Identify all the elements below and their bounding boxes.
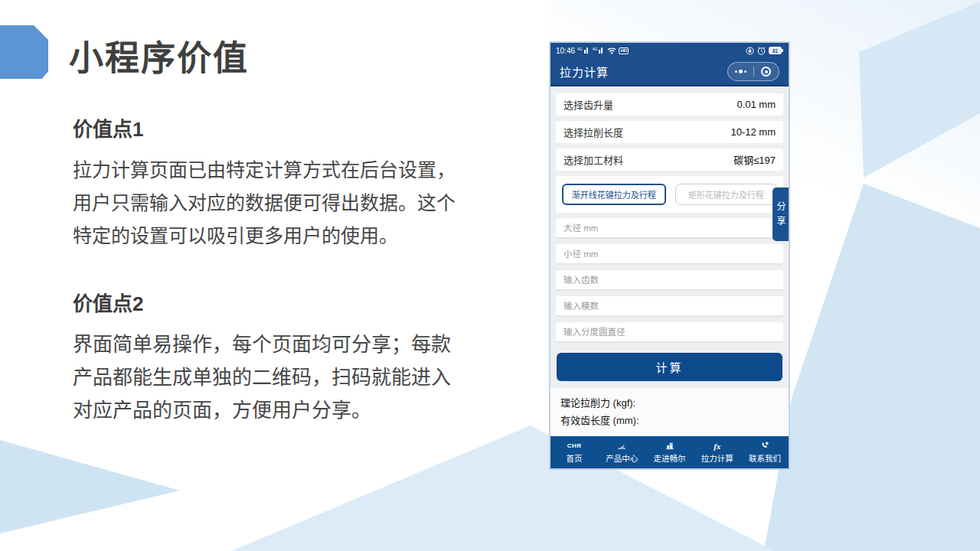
page-title: 小程序价值 — [69, 31, 249, 80]
value-point-2-heading: 价值点2 — [73, 288, 501, 316]
wifi-icon — [607, 47, 616, 54]
select-row-broach-length[interactable]: 选择拉削长度 10-12 mm — [556, 121, 783, 143]
result-tooth-length: 有效齿长度 (mm): — [560, 412, 779, 429]
signal-4g-icon: 4G — [593, 47, 606, 54]
spline-tabs: 渐开线花键拉力及行程 矩形花键拉力及行程 — [556, 176, 783, 213]
battery-icon: 81 — [769, 47, 783, 54]
nav-item-home[interactable]: CHR 首页 — [550, 436, 598, 468]
phone-screenshot: 10:46 4G 4G HD — [549, 41, 790, 470]
hd-volte-icon: HD — [619, 47, 629, 54]
minor-diameter-input[interactable] — [556, 244, 783, 265]
battery-percent: 81 — [769, 47, 782, 54]
more-options-button[interactable] — [728, 63, 753, 80]
building-icon — [664, 441, 676, 451]
lock-icon — [746, 47, 754, 55]
chr-logo-icon: CHR — [567, 441, 582, 451]
value-point-1-body: 拉力计算页面已由特定计算方式在后台设置， 用户只需输入对应的数据便可得出数据。这… — [73, 154, 501, 253]
background-shape — [0, 440, 180, 533]
capsule-exit-button[interactable] — [754, 63, 779, 80]
presentation-slide: 小程序价值 价值点1 拉力计算页面已由特定计算方式在后台设置， 用户只需输入对应… — [0, 0, 980, 551]
tab-involute-spline[interactable]: 渐开线花键拉力及行程 — [562, 184, 666, 205]
background-shape — [859, 2, 980, 178]
title-accent-square — [0, 25, 48, 79]
background-shape — [764, 184, 980, 551]
tab-rectangular-spline[interactable]: 矩形花键拉力及行程 — [675, 184, 778, 205]
phone-icon — [759, 441, 771, 451]
status-bar: 10:46 4G 4G HD — [550, 43, 789, 58]
pitch-diameter-input[interactable] — [556, 322, 783, 343]
clock-time: 10:46 — [556, 47, 575, 55]
teeth-count-input[interactable] — [556, 270, 783, 291]
value-point-2-body: 界面简单易操作，每个页面均可分享；每款 产品都能生成单独的二维码，扫码就能进入 … — [73, 328, 501, 427]
app-title: 拉力计算 — [560, 64, 609, 80]
machine-icon — [616, 441, 628, 451]
module-input[interactable] — [556, 296, 783, 317]
bottom-nav: CHR 首页 产品中心 走进畅尔 fx 拉力计算 — [550, 436, 789, 468]
nav-item-products[interactable]: 产品中心 — [598, 436, 645, 468]
select-row-tooth-rise[interactable]: 选择齿升量 0.01 mm — [556, 93, 783, 116]
nav-item-contact[interactable]: 联系我们 — [741, 436, 789, 468]
alarm-clock-icon — [757, 47, 766, 55]
miniprogram-capsule — [727, 62, 779, 81]
nav-item-calculator[interactable]: fx 拉力计算 — [694, 436, 741, 468]
signal-4g-icon: 4G — [577, 47, 590, 54]
value-point-1-heading: 价值点1 — [73, 113, 501, 142]
calculate-button[interactable]: 计算 — [557, 353, 782, 381]
fx-function-icon: fx — [714, 441, 720, 451]
major-diameter-input[interactable] — [556, 218, 783, 239]
select-row-material[interactable]: 选择加工材料 碳钢≤197 — [556, 148, 783, 171]
result-pulling-force: 理论拉削力 (kgf): — [560, 394, 779, 412]
results-card: 理论拉削力 (kgf): 有效齿长度 (mm): — [550, 388, 789, 436]
app-header: 拉力计算 — [550, 58, 789, 86]
value-points-block: 价值点1 拉力计算页面已由特定计算方式在后台设置， 用户只需输入对应的数据便可得… — [73, 113, 501, 427]
nav-item-about[interactable]: 走进畅尔 — [645, 436, 693, 468]
target-circle-icon — [761, 67, 771, 77]
app-content: 选择齿升量 0.01 mm 选择拉削长度 10-12 mm 选择加工材料 碳钢≤… — [550, 86, 789, 436]
share-tab[interactable]: 分享 — [773, 187, 789, 241]
